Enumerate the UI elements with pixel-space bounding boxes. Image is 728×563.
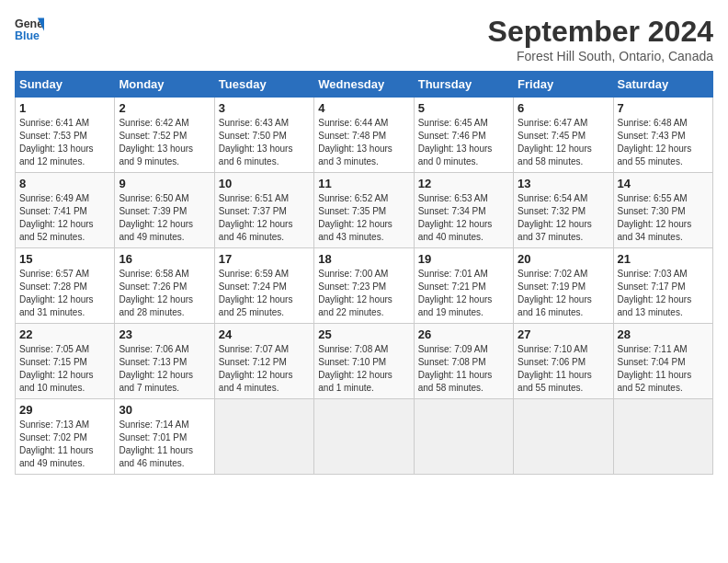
weekday-header-wednesday: Wednesday [314,72,414,98]
calendar-cell: 12Sunrise: 6:53 AM Sunset: 7:34 PM Dayli… [414,173,513,248]
calendar-cell: 20Sunrise: 7:02 AM Sunset: 7:19 PM Dayli… [514,248,613,324]
day-info: Sunrise: 6:43 AM Sunset: 7:50 PM Dayligh… [219,117,310,168]
day-info: Sunrise: 7:09 AM Sunset: 7:08 PM Dayligh… [418,343,509,395]
page-header: General Blue September 2024 Forest Hill … [15,15,713,63]
day-number: 5 [418,101,509,115]
day-info: Sunrise: 6:59 AM Sunset: 7:24 PM Dayligh… [219,268,310,319]
day-number: 3 [219,101,310,115]
day-number: 16 [119,252,210,266]
day-number: 2 [119,101,210,115]
day-number: 29 [19,403,110,417]
day-number: 18 [318,252,409,266]
day-info: Sunrise: 7:01 AM Sunset: 7:21 PM Dayligh… [418,268,509,319]
day-number: 21 [618,252,709,266]
logo: General Blue [15,15,44,44]
day-number: 10 [219,177,310,190]
calendar-table: SundayMondayTuesdayWednesdayThursdayFrid… [15,71,713,475]
calendar-cell: 3Sunrise: 6:43 AM Sunset: 7:50 PM Daylig… [214,98,313,173]
day-info: Sunrise: 7:13 AM Sunset: 7:02 PM Dayligh… [19,419,110,470]
calendar-week-3: 15Sunrise: 6:57 AM Sunset: 7:28 PM Dayli… [16,248,713,324]
calendar-cell: 9Sunrise: 6:50 AM Sunset: 7:39 PM Daylig… [115,173,214,248]
day-number: 4 [318,101,409,115]
calendar-cell: 2Sunrise: 6:42 AM Sunset: 7:52 PM Daylig… [115,98,214,173]
calendar-cell [214,399,313,475]
day-info: Sunrise: 6:58 AM Sunset: 7:26 PM Dayligh… [119,268,210,319]
day-number: 6 [518,101,609,115]
day-number: 8 [19,177,110,190]
day-number: 1 [19,101,110,115]
calendar-cell: 7Sunrise: 6:48 AM Sunset: 7:43 PM Daylig… [613,98,712,173]
day-info: Sunrise: 6:42 AM Sunset: 7:52 PM Dayligh… [119,117,210,168]
calendar-week-4: 22Sunrise: 7:05 AM Sunset: 7:15 PM Dayli… [16,324,713,399]
day-info: Sunrise: 6:49 AM Sunset: 7:41 PM Dayligh… [19,192,110,244]
month-title: September 2024 [488,15,713,49]
calendar-cell: 4Sunrise: 6:44 AM Sunset: 7:48 PM Daylig… [314,98,414,173]
day-number: 14 [618,177,709,190]
day-info: Sunrise: 7:14 AM Sunset: 7:01 PM Dayligh… [119,419,210,470]
title-block: September 2024 Forest Hill South, Ontari… [488,15,713,63]
day-info: Sunrise: 7:00 AM Sunset: 7:23 PM Dayligh… [318,268,409,319]
day-number: 17 [219,252,310,266]
day-number: 27 [518,327,609,341]
day-number: 7 [618,101,709,115]
day-number: 23 [119,327,210,341]
weekday-header-tuesday: Tuesday [214,72,313,98]
day-number: 26 [418,327,509,341]
day-info: Sunrise: 6:57 AM Sunset: 7:28 PM Dayligh… [19,268,110,319]
calendar-cell [414,399,513,475]
calendar-cell: 29Sunrise: 7:13 AM Sunset: 7:02 PM Dayli… [16,399,115,475]
calendar-cell: 23Sunrise: 7:06 AM Sunset: 7:13 PM Dayli… [115,324,214,399]
day-number: 19 [418,252,509,266]
calendar-body: 1Sunrise: 6:41 AM Sunset: 7:53 PM Daylig… [16,98,713,475]
day-number: 15 [19,252,110,266]
calendar-cell: 8Sunrise: 6:49 AM Sunset: 7:41 PM Daylig… [16,173,115,248]
calendar-week-1: 1Sunrise: 6:41 AM Sunset: 7:53 PM Daylig… [16,98,713,173]
calendar-week-5: 29Sunrise: 7:13 AM Sunset: 7:02 PM Dayli… [16,399,713,475]
day-info: Sunrise: 6:50 AM Sunset: 7:39 PM Dayligh… [119,192,210,244]
calendar-cell: 22Sunrise: 7:05 AM Sunset: 7:15 PM Dayli… [16,324,115,399]
day-info: Sunrise: 6:47 AM Sunset: 7:45 PM Dayligh… [518,117,609,168]
calendar-cell: 5Sunrise: 6:45 AM Sunset: 7:46 PM Daylig… [414,98,513,173]
calendar-cell [314,399,414,475]
day-info: Sunrise: 7:02 AM Sunset: 7:19 PM Dayligh… [518,268,609,319]
day-info: Sunrise: 6:55 AM Sunset: 7:30 PM Dayligh… [618,192,709,244]
day-info: Sunrise: 6:51 AM Sunset: 7:37 PM Dayligh… [219,192,310,244]
calendar-cell: 14Sunrise: 6:55 AM Sunset: 7:30 PM Dayli… [613,173,712,248]
day-info: Sunrise: 6:41 AM Sunset: 7:53 PM Dayligh… [19,117,110,168]
calendar-cell: 18Sunrise: 7:00 AM Sunset: 7:23 PM Dayli… [314,248,414,324]
calendar-cell: 1Sunrise: 6:41 AM Sunset: 7:53 PM Daylig… [16,98,115,173]
calendar-cell: 30Sunrise: 7:14 AM Sunset: 7:01 PM Dayli… [115,399,214,475]
calendar-cell [514,399,613,475]
day-info: Sunrise: 6:44 AM Sunset: 7:48 PM Dayligh… [318,117,409,168]
weekday-header-saturday: Saturday [613,72,712,98]
day-info: Sunrise: 6:54 AM Sunset: 7:32 PM Dayligh… [518,192,609,244]
day-number: 20 [518,252,609,266]
day-info: Sunrise: 7:10 AM Sunset: 7:06 PM Dayligh… [518,343,609,395]
calendar-cell: 24Sunrise: 7:07 AM Sunset: 7:12 PM Dayli… [214,324,313,399]
day-info: Sunrise: 6:45 AM Sunset: 7:46 PM Dayligh… [418,117,509,168]
svg-text:Blue: Blue [15,29,40,42]
calendar-cell: 26Sunrise: 7:09 AM Sunset: 7:08 PM Dayli… [414,324,513,399]
calendar-cell: 28Sunrise: 7:11 AM Sunset: 7:04 PM Dayli… [613,324,712,399]
day-info: Sunrise: 7:11 AM Sunset: 7:04 PM Dayligh… [618,343,709,395]
day-number: 13 [518,177,609,190]
calendar-cell: 27Sunrise: 7:10 AM Sunset: 7:06 PM Dayli… [514,324,613,399]
calendar-cell: 19Sunrise: 7:01 AM Sunset: 7:21 PM Dayli… [414,248,513,324]
calendar-cell: 17Sunrise: 6:59 AM Sunset: 7:24 PM Dayli… [214,248,313,324]
calendar-cell: 11Sunrise: 6:52 AM Sunset: 7:35 PM Dayli… [314,173,414,248]
day-info: Sunrise: 7:06 AM Sunset: 7:13 PM Dayligh… [119,343,210,395]
day-info: Sunrise: 7:07 AM Sunset: 7:12 PM Dayligh… [219,343,310,395]
weekday-header-row: SundayMondayTuesdayWednesdayThursdayFrid… [16,72,713,98]
calendar-cell: 6Sunrise: 6:47 AM Sunset: 7:45 PM Daylig… [514,98,613,173]
day-number: 25 [318,327,409,341]
day-info: Sunrise: 6:52 AM Sunset: 7:35 PM Dayligh… [318,192,409,244]
day-info: Sunrise: 7:08 AM Sunset: 7:10 PM Dayligh… [318,343,409,395]
day-number: 24 [219,327,310,341]
calendar-cell: 15Sunrise: 6:57 AM Sunset: 7:28 PM Dayli… [16,248,115,324]
location-subtitle: Forest Hill South, Ontario, Canada [488,49,713,63]
day-number: 30 [119,403,210,417]
day-info: Sunrise: 6:53 AM Sunset: 7:34 PM Dayligh… [418,192,509,244]
logo-icon: General Blue [15,15,44,44]
day-info: Sunrise: 7:03 AM Sunset: 7:17 PM Dayligh… [618,268,709,319]
day-info: Sunrise: 6:48 AM Sunset: 7:43 PM Dayligh… [618,117,709,168]
